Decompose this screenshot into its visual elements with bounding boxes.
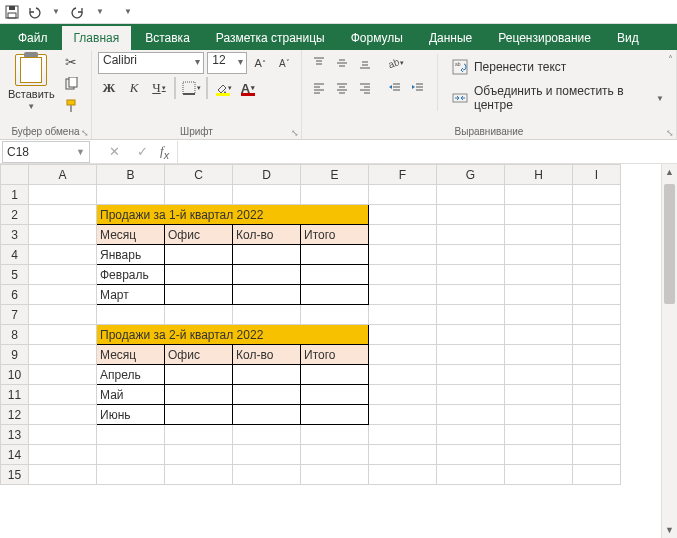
cell[interactable]	[573, 265, 621, 285]
cell[interactable]	[301, 425, 369, 445]
cell[interactable]	[97, 445, 165, 465]
scroll-down-icon[interactable]: ▼	[662, 522, 677, 538]
cell[interactable]	[369, 305, 437, 325]
cell[interactable]	[369, 365, 437, 385]
cell[interactable]	[301, 245, 369, 265]
cell[interactable]	[573, 205, 621, 225]
cell[interactable]	[29, 225, 97, 245]
cell[interactable]	[233, 185, 301, 205]
tab-data[interactable]: Данные	[417, 26, 484, 50]
cancel-formula-icon[interactable]: ✕	[104, 142, 124, 162]
cell[interactable]: Офис	[165, 345, 233, 365]
cell[interactable]	[369, 445, 437, 465]
cell[interactable]	[505, 405, 573, 425]
increase-font-icon[interactable]: A˄	[250, 52, 271, 74]
cell[interactable]	[505, 245, 573, 265]
cell[interactable]	[437, 265, 505, 285]
cell[interactable]	[233, 465, 301, 485]
cell[interactable]	[505, 205, 573, 225]
col-header-D[interactable]: D	[233, 165, 301, 185]
cell[interactable]	[573, 325, 621, 345]
paste-dropdown-icon[interactable]: ▼	[27, 102, 35, 111]
row-header-2[interactable]: 2	[1, 205, 29, 225]
cell[interactable]	[573, 225, 621, 245]
cell[interactable]	[437, 245, 505, 265]
cell[interactable]	[29, 325, 97, 345]
italic-button[interactable]: К	[123, 77, 145, 99]
cell[interactable]: Май	[97, 385, 165, 405]
tab-file[interactable]: Файл	[6, 26, 60, 50]
cell[interactable]	[369, 345, 437, 365]
cell[interactable]	[29, 265, 97, 285]
cell[interactable]	[505, 445, 573, 465]
cell[interactable]	[165, 185, 233, 205]
row-header-3[interactable]: 3	[1, 225, 29, 245]
cell[interactable]	[165, 385, 233, 405]
cell[interactable]	[437, 285, 505, 305]
cell[interactable]	[301, 265, 369, 285]
cell[interactable]	[573, 305, 621, 325]
name-box[interactable]: C18 ▼	[2, 141, 90, 163]
row-header-8[interactable]: 8	[1, 325, 29, 345]
align-left-icon[interactable]	[308, 77, 330, 99]
row-header-12[interactable]: 12	[1, 405, 29, 425]
clipboard-launcher-icon[interactable]: ⤡	[81, 128, 89, 138]
cell[interactable]	[29, 405, 97, 425]
cell[interactable]	[97, 425, 165, 445]
row-header-14[interactable]: 14	[1, 445, 29, 465]
cell[interactable]	[97, 305, 165, 325]
redo-dropdown-icon[interactable]: ▼	[92, 4, 108, 20]
cell[interactable]: Продажи за 1-й квартал 2022	[97, 205, 369, 225]
cell[interactable]	[29, 305, 97, 325]
alignment-launcher-icon[interactable]: ⤡	[666, 128, 674, 138]
cell[interactable]	[505, 425, 573, 445]
cell[interactable]	[165, 425, 233, 445]
accept-formula-icon[interactable]: ✓	[132, 142, 152, 162]
cell[interactable]	[573, 465, 621, 485]
cell[interactable]: Март	[97, 285, 165, 305]
cell[interactable]	[29, 365, 97, 385]
cell[interactable]	[505, 265, 573, 285]
cell[interactable]	[505, 385, 573, 405]
tab-formulas[interactable]: Формулы	[339, 26, 415, 50]
cell[interactable]: Продажи за 2-й квартал 2022	[97, 325, 369, 345]
cell[interactable]	[573, 285, 621, 305]
cell[interactable]	[437, 445, 505, 465]
cell[interactable]: Месяц	[97, 225, 165, 245]
cell[interactable]	[301, 185, 369, 205]
cell[interactable]	[369, 205, 437, 225]
cell[interactable]	[505, 285, 573, 305]
col-header-B[interactable]: B	[97, 165, 165, 185]
align-middle-icon[interactable]	[331, 52, 353, 74]
row-header-10[interactable]: 10	[1, 365, 29, 385]
row-header-11[interactable]: 11	[1, 385, 29, 405]
fill-color-button[interactable]: ▾	[212, 77, 234, 99]
cell[interactable]	[301, 465, 369, 485]
cell[interactable]	[505, 365, 573, 385]
cell[interactable]: Февраль	[97, 265, 165, 285]
cell[interactable]	[29, 385, 97, 405]
underline-button[interactable]: Ч▾	[148, 77, 170, 99]
align-center-icon[interactable]	[331, 77, 353, 99]
cell[interactable]	[437, 305, 505, 325]
cell[interactable]	[573, 185, 621, 205]
col-header-A[interactable]: A	[29, 165, 97, 185]
cell[interactable]: Итого	[301, 345, 369, 365]
scroll-up-icon[interactable]: ▲	[662, 164, 677, 180]
cell[interactable]	[165, 405, 233, 425]
cell[interactable]: Офис	[165, 225, 233, 245]
cell[interactable]	[301, 285, 369, 305]
wrap-text-button[interactable]: ab Перенести текст	[446, 52, 670, 82]
font-launcher-icon[interactable]: ⤡	[291, 128, 299, 138]
paste-button[interactable]: Вставить ▼	[6, 52, 57, 113]
tab-layout[interactable]: Разметка страницы	[204, 26, 337, 50]
cell[interactable]	[29, 205, 97, 225]
font-color-button[interactable]: A▾	[237, 77, 259, 99]
cell[interactable]	[505, 185, 573, 205]
cell[interactable]	[165, 285, 233, 305]
cell[interactable]	[165, 265, 233, 285]
font-name-select[interactable]: Calibri	[98, 52, 204, 74]
row-header-5[interactable]: 5	[1, 265, 29, 285]
cell[interactable]	[437, 465, 505, 485]
cell[interactable]	[505, 465, 573, 485]
